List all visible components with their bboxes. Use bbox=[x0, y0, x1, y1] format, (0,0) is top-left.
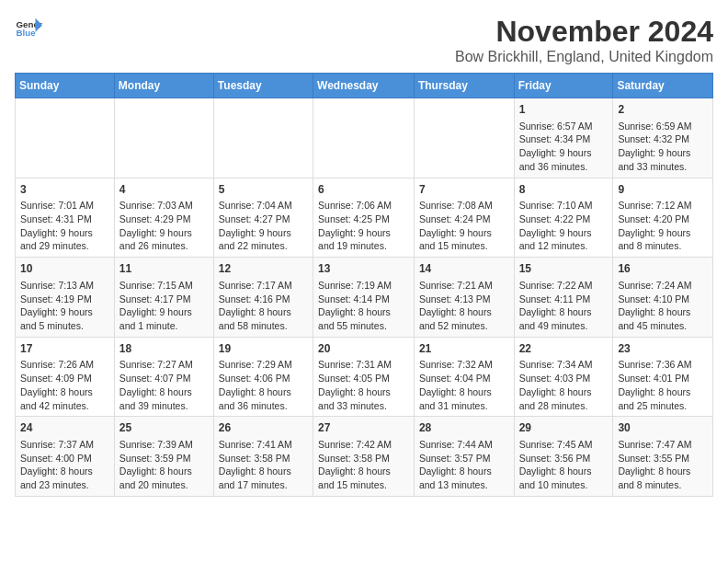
day-number: 18 bbox=[119, 341, 209, 357]
calendar-week-row: 17Sunrise: 7:26 AM Sunset: 4:09 PM Dayli… bbox=[16, 337, 713, 417]
page-header: General Blue November 2024 Bow Brickhill… bbox=[15, 15, 713, 65]
day-number: 17 bbox=[20, 341, 109, 357]
day-number: 26 bbox=[219, 420, 308, 436]
day-number: 6 bbox=[318, 182, 409, 198]
calendar-cell bbox=[16, 98, 115, 178]
day-info: Sunrise: 7:04 AM Sunset: 4:27 PM Dayligh… bbox=[219, 199, 308, 253]
weekday-header-friday: Friday bbox=[514, 74, 613, 98]
day-number: 16 bbox=[618, 261, 708, 277]
calendar-cell: 5Sunrise: 7:04 AM Sunset: 4:27 PM Daylig… bbox=[213, 178, 313, 258]
day-info: Sunrise: 7:42 AM Sunset: 3:58 PM Dayligh… bbox=[318, 438, 409, 492]
day-number: 29 bbox=[519, 420, 609, 436]
day-number: 7 bbox=[419, 182, 509, 198]
day-number: 15 bbox=[519, 261, 609, 277]
weekday-header-saturday: Saturday bbox=[613, 74, 713, 98]
calendar-cell: 27Sunrise: 7:42 AM Sunset: 3:58 PM Dayli… bbox=[313, 417, 415, 497]
day-number: 30 bbox=[618, 420, 708, 436]
day-info: Sunrise: 7:21 AM Sunset: 4:13 PM Dayligh… bbox=[419, 279, 509, 333]
calendar-cell: 14Sunrise: 7:21 AM Sunset: 4:13 PM Dayli… bbox=[414, 258, 514, 338]
day-number: 28 bbox=[419, 420, 509, 436]
day-number: 24 bbox=[20, 420, 109, 436]
title-section: November 2024 Bow Brickhill, England, Un… bbox=[455, 15, 713, 65]
calendar-cell: 25Sunrise: 7:39 AM Sunset: 3:59 PM Dayli… bbox=[114, 417, 213, 497]
calendar-cell: 18Sunrise: 7:27 AM Sunset: 4:07 PM Dayli… bbox=[114, 337, 213, 417]
day-number: 9 bbox=[618, 182, 708, 198]
day-info: Sunrise: 7:15 AM Sunset: 4:17 PM Dayligh… bbox=[119, 279, 209, 333]
day-info: Sunrise: 7:24 AM Sunset: 4:10 PM Dayligh… bbox=[618, 279, 708, 333]
day-info: Sunrise: 7:36 AM Sunset: 4:01 PM Dayligh… bbox=[618, 358, 708, 412]
weekday-header-tuesday: Tuesday bbox=[213, 74, 313, 98]
day-number: 12 bbox=[219, 261, 308, 277]
day-number: 22 bbox=[519, 341, 609, 357]
day-info: Sunrise: 7:26 AM Sunset: 4:09 PM Dayligh… bbox=[20, 358, 109, 412]
day-number: 13 bbox=[318, 261, 409, 277]
calendar-cell: 4Sunrise: 7:03 AM Sunset: 4:29 PM Daylig… bbox=[114, 178, 213, 258]
day-info: Sunrise: 7:37 AM Sunset: 4:00 PM Dayligh… bbox=[20, 438, 109, 492]
day-number: 23 bbox=[618, 341, 708, 357]
calendar-cell: 21Sunrise: 7:32 AM Sunset: 4:04 PM Dayli… bbox=[414, 337, 514, 417]
day-number: 1 bbox=[519, 102, 609, 118]
day-number: 5 bbox=[219, 182, 308, 198]
calendar-cell: 23Sunrise: 7:36 AM Sunset: 4:01 PM Dayli… bbox=[613, 337, 713, 417]
calendar-cell: 29Sunrise: 7:45 AM Sunset: 3:56 PM Dayli… bbox=[514, 417, 613, 497]
day-info: Sunrise: 7:06 AM Sunset: 4:25 PM Dayligh… bbox=[318, 199, 409, 253]
logo: General Blue bbox=[15, 15, 42, 42]
calendar-cell bbox=[313, 98, 415, 178]
day-info: Sunrise: 7:31 AM Sunset: 4:05 PM Dayligh… bbox=[318, 358, 409, 412]
day-number: 21 bbox=[419, 341, 509, 357]
day-info: Sunrise: 7:01 AM Sunset: 4:31 PM Dayligh… bbox=[20, 199, 109, 253]
calendar-cell: 20Sunrise: 7:31 AM Sunset: 4:05 PM Dayli… bbox=[313, 337, 415, 417]
day-number: 10 bbox=[20, 261, 109, 277]
day-info: Sunrise: 7:22 AM Sunset: 4:11 PM Dayligh… bbox=[519, 279, 609, 333]
day-info: Sunrise: 6:59 AM Sunset: 4:32 PM Dayligh… bbox=[618, 120, 708, 174]
calendar-cell: 19Sunrise: 7:29 AM Sunset: 4:06 PM Dayli… bbox=[213, 337, 313, 417]
day-info: Sunrise: 7:03 AM Sunset: 4:29 PM Dayligh… bbox=[119, 199, 209, 253]
day-number: 2 bbox=[618, 102, 708, 118]
day-number: 20 bbox=[318, 341, 409, 357]
calendar-cell: 2Sunrise: 6:59 AM Sunset: 4:32 PM Daylig… bbox=[613, 98, 713, 178]
svg-text:Blue: Blue bbox=[17, 28, 37, 38]
logo-icon: General Blue bbox=[15, 15, 42, 42]
weekday-header-wednesday: Wednesday bbox=[313, 74, 415, 98]
calendar-week-row: 3Sunrise: 7:01 AM Sunset: 4:31 PM Daylig… bbox=[16, 178, 713, 258]
month-title: November 2024 bbox=[455, 15, 713, 49]
day-info: Sunrise: 7:47 AM Sunset: 3:55 PM Dayligh… bbox=[618, 438, 708, 492]
day-info: Sunrise: 7:44 AM Sunset: 3:57 PM Dayligh… bbox=[419, 438, 509, 492]
day-info: Sunrise: 7:41 AM Sunset: 3:58 PM Dayligh… bbox=[219, 438, 308, 492]
day-info: Sunrise: 7:32 AM Sunset: 4:04 PM Dayligh… bbox=[419, 358, 509, 412]
day-info: Sunrise: 7:39 AM Sunset: 3:59 PM Dayligh… bbox=[119, 438, 209, 492]
calendar-week-row: 10Sunrise: 7:13 AM Sunset: 4:19 PM Dayli… bbox=[16, 258, 713, 338]
day-number: 8 bbox=[519, 182, 609, 198]
calendar-table: SundayMondayTuesdayWednesdayThursdayFrid… bbox=[15, 73, 713, 497]
calendar-cell: 11Sunrise: 7:15 AM Sunset: 4:17 PM Dayli… bbox=[114, 258, 213, 338]
calendar-cell: 7Sunrise: 7:08 AM Sunset: 4:24 PM Daylig… bbox=[414, 178, 514, 258]
calendar-cell: 13Sunrise: 7:19 AM Sunset: 4:14 PM Dayli… bbox=[313, 258, 415, 338]
calendar-cell: 22Sunrise: 7:34 AM Sunset: 4:03 PM Dayli… bbox=[514, 337, 613, 417]
calendar-cell: 1Sunrise: 6:57 AM Sunset: 4:34 PM Daylig… bbox=[514, 98, 613, 178]
calendar-cell: 15Sunrise: 7:22 AM Sunset: 4:11 PM Dayli… bbox=[514, 258, 613, 338]
day-info: Sunrise: 7:34 AM Sunset: 4:03 PM Dayligh… bbox=[519, 358, 609, 412]
day-info: Sunrise: 7:13 AM Sunset: 4:19 PM Dayligh… bbox=[20, 279, 109, 333]
day-number: 25 bbox=[119, 420, 209, 436]
day-info: Sunrise: 7:29 AM Sunset: 4:06 PM Dayligh… bbox=[219, 358, 308, 412]
calendar-cell: 8Sunrise: 7:10 AM Sunset: 4:22 PM Daylig… bbox=[514, 178, 613, 258]
weekday-header-thursday: Thursday bbox=[414, 74, 514, 98]
calendar-week-row: 1Sunrise: 6:57 AM Sunset: 4:34 PM Daylig… bbox=[16, 98, 713, 178]
calendar-cell: 17Sunrise: 7:26 AM Sunset: 4:09 PM Dayli… bbox=[16, 337, 115, 417]
day-info: Sunrise: 7:45 AM Sunset: 3:56 PM Dayligh… bbox=[519, 438, 609, 492]
day-number: 14 bbox=[419, 261, 509, 277]
day-info: Sunrise: 7:27 AM Sunset: 4:07 PM Dayligh… bbox=[119, 358, 209, 412]
calendar-cell: 30Sunrise: 7:47 AM Sunset: 3:55 PM Dayli… bbox=[613, 417, 713, 497]
day-info: Sunrise: 7:19 AM Sunset: 4:14 PM Dayligh… bbox=[318, 279, 409, 333]
calendar-cell: 16Sunrise: 7:24 AM Sunset: 4:10 PM Dayli… bbox=[613, 258, 713, 338]
calendar-week-row: 24Sunrise: 7:37 AM Sunset: 4:00 PM Dayli… bbox=[16, 417, 713, 497]
calendar-cell: 3Sunrise: 7:01 AM Sunset: 4:31 PM Daylig… bbox=[16, 178, 115, 258]
day-number: 19 bbox=[219, 341, 308, 357]
day-info: Sunrise: 7:08 AM Sunset: 4:24 PM Dayligh… bbox=[419, 199, 509, 253]
day-info: Sunrise: 6:57 AM Sunset: 4:34 PM Dayligh… bbox=[519, 120, 609, 174]
calendar-cell bbox=[213, 98, 313, 178]
day-number: 4 bbox=[119, 182, 209, 198]
calendar-cell: 9Sunrise: 7:12 AM Sunset: 4:20 PM Daylig… bbox=[613, 178, 713, 258]
day-number: 27 bbox=[318, 420, 409, 436]
weekday-header-sunday: Sunday bbox=[16, 74, 115, 98]
